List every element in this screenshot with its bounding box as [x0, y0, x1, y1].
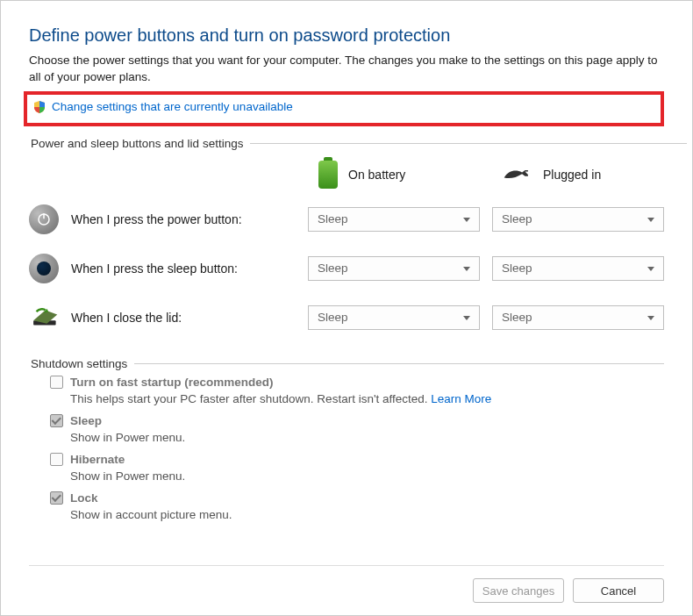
row-close-lid: When I close the lid: Sleep Sleep — [29, 303, 687, 333]
lock-sub: Show in account picture menu. — [70, 508, 664, 521]
sleep-button-battery-select[interactable]: Sleep — [308, 256, 480, 281]
close-lid-battery-select[interactable]: Sleep — [308, 305, 480, 330]
fast-startup-checkbox[interactable] — [50, 376, 63, 389]
power-button-plugged-select[interactable]: Sleep — [492, 207, 664, 232]
hibernate-label: Hibernate — [70, 453, 125, 466]
footer: Save changes Cancel — [29, 565, 664, 615]
battery-icon — [318, 161, 338, 189]
sleep-button-plugged-select[interactable]: Sleep — [492, 256, 664, 281]
fast-startup-label: Turn on fast startup (recommended) — [70, 376, 274, 389]
power-button-battery-select[interactable]: Sleep — [308, 207, 480, 232]
hibernate-checkbox[interactable] — [50, 453, 63, 466]
column-on-battery: On battery — [348, 168, 405, 182]
sleep-checkbox[interactable] — [50, 414, 63, 427]
close-lid-plugged-select[interactable]: Sleep — [492, 305, 664, 330]
row-sleep-button-label: When I press the sleep button: — [71, 261, 308, 276]
lid-icon — [29, 303, 59, 333]
sd-sleep: Sleep Show in Power menu. — [50, 414, 664, 444]
column-plugged-in: Plugged in — [543, 168, 601, 182]
save-changes-button[interactable]: Save changes — [473, 578, 564, 603]
hibernate-sub: Show in Power menu. — [70, 469, 664, 483]
row-power-button: When I press the power button: Sleep Sle… — [29, 204, 687, 234]
cancel-button[interactable]: Cancel — [573, 578, 664, 603]
shield-icon — [32, 100, 46, 114]
power-button-icon — [29, 204, 59, 234]
lock-checkbox[interactable] — [50, 491, 63, 505]
highlight-change-settings: Change settings that are currently unava… — [24, 91, 664, 126]
row-close-lid-label: When I close the lid: — [71, 311, 308, 325]
sleep-label: Sleep — [70, 414, 102, 427]
change-settings-link[interactable]: Change settings that are currently unava… — [52, 100, 293, 113]
sleep-button-icon — [29, 254, 59, 283]
page-title: Define power buttons and turn on passwor… — [29, 25, 664, 46]
plug-icon — [503, 167, 532, 183]
group-power-sleep-lid-legend: Power and sleep buttons and lid settings — [29, 137, 250, 150]
row-power-button-label: When I press the power button: — [71, 212, 308, 226]
group-power-sleep-lid: Power and sleep buttons and lid settings… — [29, 137, 687, 340]
lock-label: Lock — [70, 491, 98, 505]
sd-hibernate: Hibernate Show in Power menu. — [50, 453, 664, 483]
group-shutdown-settings-legend: Shutdown settings — [29, 357, 134, 370]
sd-lock: Lock Show in account picture menu. — [50, 491, 664, 521]
row-sleep-button: When I press the sleep button: Sleep Sle… — [29, 254, 687, 283]
learn-more-link[interactable]: Learn More — [431, 392, 491, 405]
sleep-sub: Show in Power menu. — [70, 431, 664, 444]
page-subtitle: Choose the power settings that you want … — [29, 53, 664, 86]
group-shutdown-settings: Shutdown settings Turn on fast startup (… — [29, 357, 664, 530]
fast-startup-sub: This helps start your PC faster after sh… — [70, 392, 431, 405]
sd-fast-startup: Turn on fast startup (recommended) This … — [50, 376, 664, 405]
